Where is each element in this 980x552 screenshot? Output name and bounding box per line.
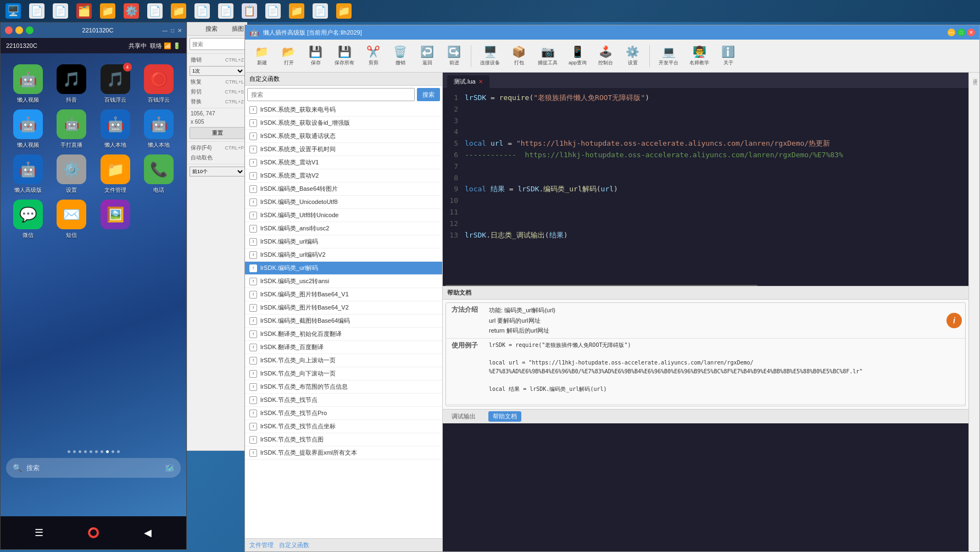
toolbar-capture[interactable]: 📷 捕捉工具: [533, 43, 562, 69]
list-item[interactable]: f lrSDK.编码类_图片转Base64_V1: [245, 288, 442, 301]
phone-minimize-btn[interactable]: [15, 26, 23, 34]
phone-close-btn[interactable]: [5, 26, 13, 34]
desktop-icon-doc6[interactable]: 📄: [265, 3, 281, 19]
toolbar-about[interactable]: ℹ️ 关于: [716, 43, 740, 69]
toolbar-settings[interactable]: ⚙️ 设置: [620, 43, 645, 69]
list-item[interactable]: f lrSDK.系统类_获取来电号码: [245, 103, 442, 117]
desktop-icon-doc4[interactable]: 📄: [194, 3, 210, 19]
list-item[interactable]: f lrSDK.系统类_震动V1: [245, 156, 442, 169]
toolbar-save-all[interactable]: 💾 保存所有: [330, 43, 359, 69]
list-item[interactable]: f lrSDK.节点类_布范围的节点信息: [245, 380, 442, 394]
list-item-selected[interactable]: f lrSDK.编码类_url解码: [245, 262, 442, 275]
tab-debug-output[interactable]: 调试输出: [447, 411, 480, 422]
list-item[interactable]: f lrSDK.系统类_获取通话状态: [245, 130, 442, 143]
ide-close-btn[interactable]: ✕: [967, 29, 975, 36]
app-item-lrgj[interactable]: 🤖 懒人高级版: [9, 154, 47, 194]
toolbar-undo[interactable]: 🗑️ 撤销: [388, 43, 413, 69]
phone-close-icon[interactable]: ✕: [177, 27, 182, 34]
list-item[interactable]: f lrSDK.系统类_设置手机时间: [245, 143, 442, 156]
toolbar-forward[interactable]: ↪️ 前进: [442, 43, 466, 69]
desktop-icon-doc7[interactable]: 📄: [313, 3, 328, 19]
list-item[interactable]: f lrSDK.翻译类_初始化百度翻译: [245, 328, 442, 341]
ide-maximize-btn[interactable]: □: [957, 29, 965, 36]
app-item-lrsp[interactable]: 🤖 懒人视频: [9, 64, 47, 104]
list-item[interactable]: f lrSDK.编码类_url编码V2: [245, 249, 442, 262]
list-item[interactable]: f lrSDK.编码类_url编码: [245, 235, 442, 249]
tab-test-lua[interactable]: 测试.lua ✕: [447, 75, 489, 88]
toolbar-cut[interactable]: ✂️ 剪剪: [361, 43, 386, 69]
phone-restore-icon[interactable]: □: [171, 27, 174, 34]
footer-file-mgr[interactable]: 文件管理: [249, 541, 274, 549]
desktop-icon-doc5[interactable]: 📄: [218, 3, 233, 19]
list-item[interactable]: f lrSDK.节点类_找节点点坐标: [245, 420, 442, 433]
list-item[interactable]: f lrSDK.系统类_震动V2: [245, 169, 442, 183]
list-item[interactable]: f lrSDK.节点类_提取界面xml所有文本: [245, 446, 442, 460]
toolbar-pack[interactable]: 📦 打包: [506, 43, 531, 69]
list-item[interactable]: f lrSDK.编码类_Base64转图片: [245, 183, 442, 196]
list-item[interactable]: f lrSDK.编码类_图片转Base64_V2: [245, 301, 442, 314]
func-search-input[interactable]: [247, 88, 415, 101]
app-item-lrbd2[interactable]: 🤖 懒人本地: [140, 109, 179, 149]
footer-custom-func[interactable]: 自定义函数: [279, 541, 309, 549]
count-select[interactable]: 1次 2次 3次: [190, 66, 245, 76]
phone-back-btn[interactable]: ◀: [137, 527, 159, 539]
sidebar-search-input[interactable]: [190, 38, 245, 50]
app-item-wechat[interactable]: 💬 微信: [9, 200, 47, 239]
desktop-icon-doc1[interactable]: 📄: [29, 3, 44, 19]
app-item-sms[interactable]: ✉️ 短信: [53, 200, 91, 239]
toolbar-open[interactable]: 📂 打开: [276, 43, 301, 69]
app-item-douyin[interactable]: 🎵4 百钱浮云: [96, 64, 135, 104]
phone-menu-btn[interactable]: ☰: [28, 527, 50, 539]
desktop-icon-folder1[interactable]: 📁: [100, 3, 115, 19]
tab-close-icon[interactable]: ✕: [478, 79, 483, 85]
desktop-icon-folder4[interactable]: 📁: [336, 3, 352, 19]
list-item[interactable]: f lrSDK.系统类_获取设备id_增强版: [245, 117, 442, 130]
list-item[interactable]: f lrSDK.编码类_Utf8转Unicode: [245, 209, 442, 222]
desktop-icon-clipboard[interactable]: 📋: [242, 3, 257, 19]
app-item-lrbd[interactable]: 🤖 懒人本地: [96, 109, 135, 149]
reset-btn[interactable]: 重置: [190, 127, 245, 139]
sidebar-map-label[interactable]: 插图: [232, 25, 244, 33]
desktop-icon-app[interactable]: ⚙️: [124, 3, 139, 19]
toolbar-console[interactable]: 🕹️ 控制台: [593, 43, 618, 69]
list-item[interactable]: f lrSDK.节点类_找节点: [245, 394, 442, 407]
list-item[interactable]: f lrSDK.翻译类_百度翻译: [245, 341, 442, 354]
app-item-sdzb[interactable]: 🤖 手打直播: [53, 109, 91, 149]
list-item[interactable]: f lrSDK.节点类_向上滚动一页: [245, 354, 442, 367]
desktop-icon-doc2[interactable]: 📄: [53, 3, 68, 19]
func-search-btn[interactable]: 搜索: [417, 88, 440, 101]
desktop-icon-folder3[interactable]: 📁: [289, 3, 304, 19]
app-item-photos[interactable]: 🖼️: [96, 200, 135, 239]
app-item-settings[interactable]: ⚙️ 设置: [53, 154, 91, 194]
toolbar-appquery[interactable]: 📱 app查询: [564, 43, 591, 69]
toolbar-connect[interactable]: 🖥️ 连接设备: [476, 43, 504, 69]
toolbar-back[interactable]: ↩️ 返回: [415, 43, 439, 69]
top-select[interactable]: 前10个 前20个: [190, 167, 245, 176]
desktop-icon-folder2[interactable]: 📁: [171, 3, 186, 19]
code-editor[interactable]: 1 lrSDK = require("老狼族插件懒人免ROOT无障碍版") 2 …: [443, 88, 968, 280]
list-item[interactable]: f lrSDK.节点类_向下滚动一页: [245, 367, 442, 380]
list-item[interactable]: f lrSDK.编码类_截图转Base64编码: [245, 314, 442, 328]
desktop-icon-doc3[interactable]: 📄: [147, 3, 163, 19]
toolbar-save[interactable]: 💾 保存: [303, 43, 328, 69]
desktop-icon-monitor[interactable]: 🖥️: [5, 3, 21, 19]
app-item-phone[interactable]: 📞 电话: [140, 154, 179, 194]
tab-help-docs[interactable]: 帮助文档: [488, 411, 521, 422]
app-item-tiktok[interactable]: 🎵 抖音: [53, 64, 91, 104]
toolbar-teaching[interactable]: 👨‍🏫 名师教学: [685, 43, 714, 69]
app-item-lrsp2[interactable]: 🤖 懒人视频: [9, 109, 47, 149]
list-item[interactable]: f lrSDK.编码类_UnicodetoUtf8: [245, 196, 442, 209]
toolbar-new[interactable]: 📁 新建: [249, 43, 274, 69]
list-item[interactable]: f lrSDK.节点类_找节点图: [245, 433, 442, 446]
app-item-files[interactable]: 📁 文件管理: [96, 154, 135, 194]
list-item[interactable]: f lrSDK.节点类_找节点Pro: [245, 407, 442, 420]
phone-search-bar[interactable]: 🔍 搜索 🗺️: [6, 458, 181, 478]
phone-minimize-icon[interactable]: —: [162, 27, 168, 34]
phone-home-btn[interactable]: ⭕: [82, 527, 104, 539]
list-item[interactable]: f lrSDK.编码类_ansi转usc2: [245, 222, 442, 235]
list-item[interactable]: f lrSDK.编码类_usc2转ansi: [245, 275, 442, 288]
toolbar-devplatform[interactable]: 💻 开发平台: [654, 43, 683, 69]
desktop-icon-tool[interactable]: 🗂️: [76, 3, 92, 19]
phone-maximize-btn[interactable]: [26, 26, 34, 34]
ide-minimize-btn[interactable]: —: [948, 29, 955, 36]
